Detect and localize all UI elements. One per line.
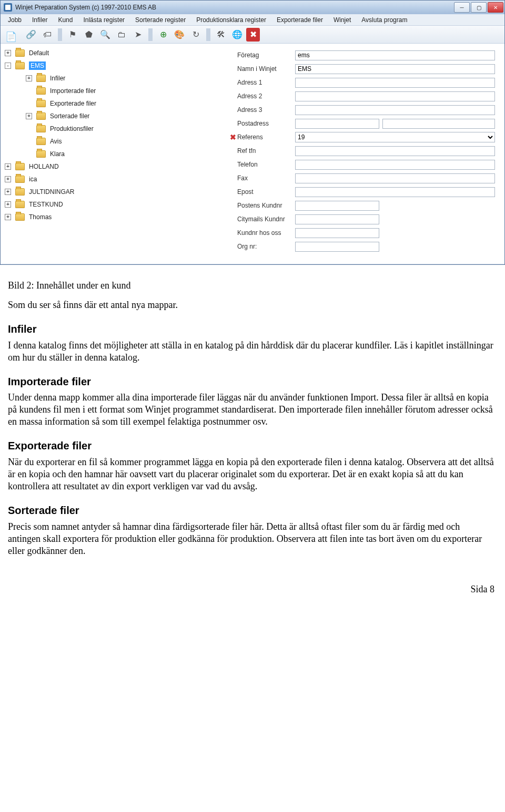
expand-icon[interactable]: +	[5, 176, 11, 182]
referens-select[interactable]: 19	[295, 132, 495, 142]
tree-item-label: Importerade filer	[50, 87, 96, 95]
form-row: Kundnr hos oss	[229, 227, 495, 239]
text-input[interactable]	[295, 173, 495, 183]
folder-icon	[36, 150, 46, 158]
tree-item[interactable]: +Sorterade filer	[5, 110, 225, 122]
expand-icon[interactable]: +	[5, 189, 11, 195]
expand-icon[interactable]: +	[5, 214, 11, 220]
close-button[interactable]: ✕	[488, 2, 503, 13]
refresh-icon[interactable]: ↻	[188, 27, 203, 42]
menu-inlasta[interactable]: Inlästa register	[78, 15, 130, 25]
paragraph-exporterade: När du exporterar en fil så kommer progr…	[8, 456, 494, 492]
tree-item-label: Produktionsfiler	[50, 125, 94, 132]
form-row: Adress 3	[229, 104, 495, 116]
text-input[interactable]	[295, 50, 495, 60]
page-number: Sida 8	[8, 583, 494, 595]
folder-icon	[36, 87, 46, 95]
menu-kund[interactable]: Kund	[53, 15, 78, 25]
heading-infiler: Infiler	[8, 323, 494, 336]
folder-icon	[15, 176, 25, 183]
tree-item[interactable]: +JULTIDNINGAR	[5, 186, 225, 198]
tree-item-label: ica	[29, 176, 37, 183]
folder-icon	[15, 163, 25, 170]
form-row: ✖Referens19	[229, 131, 495, 143]
arrow-icon[interactable]: ➤	[130, 27, 145, 42]
shield-icon[interactable]: ⬟	[82, 27, 96, 42]
app-icon	[4, 3, 12, 12]
menu-infiler[interactable]: Infiler	[27, 15, 53, 25]
form-label: Adress 3	[237, 106, 295, 114]
text-input[interactable]	[295, 187, 495, 197]
text-input[interactable]	[295, 214, 379, 224]
spacer	[26, 126, 32, 132]
form-label: Kundnr hos oss	[237, 229, 295, 237]
globe-icon[interactable]: 🌐	[230, 27, 245, 42]
text-input[interactable]	[295, 64, 495, 74]
search-icon[interactable]: 🔍	[98, 27, 113, 42]
tree-item[interactable]: Importerade filer	[5, 85, 225, 97]
app-window: Winjet Preparation System (c) 1997-2010 …	[0, 0, 505, 265]
form-label: Fax	[237, 174, 295, 182]
document-body: Bild 2: Innehållet under en kund Som du …	[0, 265, 505, 602]
tree-item[interactable]: +Thomas	[5, 211, 225, 223]
form-row: Företag	[229, 49, 495, 61]
folder-tree: +Default-EMS+InfilerImporterade filerExp…	[1, 44, 227, 264]
tree-item-label: Infiler	[50, 75, 65, 82]
expand-icon[interactable]: +	[26, 113, 32, 119]
tree-item[interactable]: Produktionsfiler	[5, 122, 225, 135]
stop-icon[interactable]: ✖	[246, 28, 260, 42]
tree-item[interactable]: +Infiler	[5, 72, 225, 85]
text-input[interactable]	[295, 91, 495, 101]
form-label: Org nr:	[237, 243, 295, 250]
tree-item[interactable]: Klara	[5, 148, 225, 160]
heading-importerade: Importerade filer	[8, 375, 494, 389]
expand-icon[interactable]: +	[5, 201, 11, 208]
text-input[interactable]	[295, 242, 379, 252]
menu-jobb[interactable]: Jobb	[3, 15, 27, 25]
menu-sorterade[interactable]: Sorterade register	[130, 15, 191, 25]
minimize-button[interactable]: ─	[454, 2, 470, 13]
folder-icon	[36, 112, 46, 120]
folder-icon	[15, 188, 25, 196]
link-icon[interactable]: 🔗	[24, 27, 38, 42]
text-input[interactable]	[295, 228, 379, 238]
new-doc-icon[interactable]: 📄	[3, 25, 22, 44]
clear-icon[interactable]: ✖	[229, 133, 237, 141]
expand-icon[interactable]: +	[5, 50, 11, 56]
tree-item[interactable]: -EMS	[5, 59, 225, 72]
text-input[interactable]	[295, 105, 495, 115]
flag-icon[interactable]: ⚑	[65, 27, 80, 42]
tools-icon[interactable]: 🛠	[214, 27, 228, 42]
expand-icon[interactable]: +	[5, 163, 11, 170]
folder-icon	[36, 75, 46, 82]
tag-icon[interactable]: 🏷	[40, 27, 55, 42]
tree-item-label: TESTKUND	[29, 201, 63, 208]
postal-code-input[interactable]	[295, 119, 379, 129]
content-area: +Default-EMS+InfilerImporterade filerExp…	[1, 44, 504, 264]
text-input[interactable]	[295, 146, 495, 156]
title-text: Winjet Preparation System (c) 1997-2010 …	[15, 4, 453, 11]
separator	[206, 28, 210, 41]
tree-item[interactable]: +HOLLAND	[5, 160, 225, 173]
folder-icon[interactable]: 🗀	[114, 27, 129, 42]
menu-produktionsklara[interactable]: Produktionsklara register	[191, 15, 271, 25]
form-row: Ref tfn	[229, 145, 495, 157]
menu-avsluta[interactable]: Avsluta program	[356, 15, 412, 25]
tree-item[interactable]: +TESTKUND	[5, 198, 225, 211]
collapse-icon[interactable]: -	[5, 63, 11, 69]
expand-icon[interactable]: +	[26, 75, 32, 81]
text-input[interactable]	[295, 78, 495, 88]
postal-city-input[interactable]	[382, 119, 495, 129]
add-icon[interactable]: ⊕	[156, 27, 170, 42]
text-input[interactable]	[295, 201, 379, 211]
menu-exporterade[interactable]: Exporterade filer	[271, 15, 328, 25]
text-input[interactable]	[295, 160, 495, 170]
spacer	[26, 138, 32, 145]
tree-item[interactable]: +Default	[5, 47, 225, 59]
tree-item[interactable]: Avis	[5, 135, 225, 148]
tree-item[interactable]: Exporterade filer	[5, 97, 225, 110]
tree-item[interactable]: +ica	[5, 173, 225, 186]
palette-icon[interactable]: 🎨	[172, 27, 187, 42]
menu-winjet[interactable]: Winjet	[328, 15, 356, 25]
maximize-button[interactable]: ▢	[471, 2, 487, 13]
